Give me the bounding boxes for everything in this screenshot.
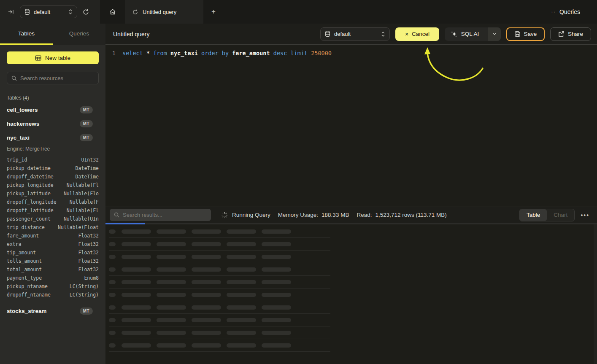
collapse-sidebar-button[interactable] (8, 8, 14, 15)
tab-untitled-query[interactable]: Untitled query (125, 0, 203, 24)
skeleton-cell (109, 343, 116, 348)
results-search[interactable] (110, 209, 211, 221)
engine-badge: MT (80, 120, 93, 127)
cancel-button[interactable]: × Cancel (395, 27, 439, 41)
app-window: default (0, 0, 597, 364)
column-type: UInt32 (81, 157, 99, 163)
skeleton-cell (227, 318, 256, 322)
column-type: Float32 (78, 267, 99, 272)
table-item-hackernews[interactable]: hackernews MT (7, 117, 99, 131)
table-name: cell_towers (7, 107, 38, 113)
skeleton-cell (122, 280, 151, 284)
resource-search[interactable] (7, 72, 99, 84)
home-icon (109, 8, 116, 16)
ellipsis-icon: ●●● (581, 213, 589, 217)
tab-strip: Untitled query + ·· Queries (100, 0, 597, 24)
share-button[interactable]: Share (550, 27, 591, 41)
sidebar-tab-tables[interactable]: Tables (0, 24, 53, 45)
queries-link[interactable]: ·· Queries (551, 0, 580, 24)
query-database-selector[interactable]: default (320, 27, 390, 41)
chevron-updown-icon (68, 9, 73, 15)
query-toolbar: Untitled query default (105, 24, 597, 45)
column-type: LC(String) (70, 283, 99, 289)
sidebar-tabs: Tables Queries (0, 24, 105, 45)
sql-ai-button[interactable]: SQL AI (445, 27, 501, 41)
sql-editor[interactable]: 1 select * from nyc_taxi order by fare_a… (105, 45, 597, 207)
engine-badge: MT (80, 106, 93, 113)
sql-ai-dropdown[interactable] (488, 27, 501, 41)
home-button[interactable] (100, 0, 125, 24)
query-database-value: default (334, 31, 381, 37)
refresh-button[interactable] (82, 8, 89, 16)
skeleton-cell (262, 318, 291, 322)
column-type: Nullable(Fl (67, 182, 99, 188)
skeleton-cell (122, 343, 151, 348)
skeleton-cell (157, 343, 186, 348)
resource-search-input[interactable] (20, 75, 94, 81)
sidebar-tab-queries[interactable]: Queries (53, 24, 105, 45)
table-item-cell-towers[interactable]: cell_towers MT (7, 103, 99, 117)
view-toggle-table[interactable]: Table (520, 209, 547, 221)
column-type: LC(String) (70, 292, 99, 298)
collapse-sidebar-icon (8, 8, 14, 15)
table-item-stocks-stream[interactable]: stocks_stream MT (7, 304, 99, 318)
skeleton-cell (157, 305, 186, 310)
skeleton-cell (227, 267, 256, 272)
skeleton-cell (109, 331, 116, 335)
skeleton-cell (157, 267, 186, 272)
skeleton-cell (192, 343, 221, 348)
skeleton-cell (122, 229, 151, 234)
table-list: cell_towers MT hackernews MT nyc_taxi MT… (7, 103, 99, 318)
new-tab-button[interactable]: + (203, 0, 224, 24)
vertical-scrollbar[interactable] (594, 224, 597, 364)
skeleton-cell (122, 242, 151, 246)
column-type: Nullable(Fl (67, 208, 99, 213)
results-search-input[interactable] (123, 212, 207, 218)
line-number: 1 (105, 50, 116, 57)
skeleton-cell (262, 280, 291, 284)
column-type: Nullable(Float (58, 224, 99, 230)
skeleton-row (109, 225, 330, 238)
results-toolbar: Running Query Memory Usage: 188.33 MB Re… (105, 207, 597, 223)
new-table-label: New table (45, 55, 70, 61)
column-type: Float32 (78, 233, 99, 239)
new-table-button[interactable]: New table (7, 51, 99, 64)
table-grid-icon (35, 55, 41, 61)
skeleton-row (109, 238, 330, 251)
column-row: total_amountFloat32 (7, 265, 99, 274)
skeleton-cell (109, 267, 116, 272)
skeleton-row (109, 314, 330, 326)
table-item-nyc-taxi[interactable]: nyc_taxi MT (7, 131, 99, 145)
sql-ai-main[interactable]: SQL AI (445, 27, 485, 41)
database-selector[interactable]: default (20, 5, 77, 18)
column-row: trip_idUInt32 (7, 156, 99, 164)
table-name: hackernews (7, 121, 39, 127)
column-type: Nullable(UIn (64, 216, 99, 222)
column-row: extraFloat32 (7, 240, 99, 248)
skeleton-row (109, 339, 330, 352)
skeleton-cell (262, 343, 291, 348)
column-row: dropoff_datetimeDateTime (7, 173, 99, 181)
column-type: Float32 (78, 250, 99, 256)
skeleton-cell (227, 242, 256, 246)
skeleton-row (109, 276, 330, 289)
skeleton-cell (227, 229, 256, 234)
column-name: trip_id (7, 157, 27, 163)
skeleton-cell (122, 267, 151, 272)
skeleton-row (109, 301, 330, 314)
search-icon (11, 75, 17, 81)
more-options-button[interactable]: ●●● (581, 213, 589, 217)
tables-section-label: Tables (4) (7, 95, 99, 101)
skeleton-row (109, 251, 330, 263)
code-line[interactable]: 1 select * from nyc_taxi order by fare_a… (105, 50, 597, 57)
skeleton-cell (262, 331, 291, 335)
skeleton-cell (192, 255, 221, 259)
share-icon (558, 31, 565, 37)
save-button[interactable]: Save (506, 27, 545, 41)
query-running-icon (132, 9, 138, 15)
read-label: Read: (357, 212, 372, 218)
skeleton-cell (122, 255, 151, 259)
view-toggle-chart[interactable]: Chart (547, 209, 574, 221)
skeleton-cell (192, 229, 221, 234)
skeleton-cell (262, 293, 291, 297)
